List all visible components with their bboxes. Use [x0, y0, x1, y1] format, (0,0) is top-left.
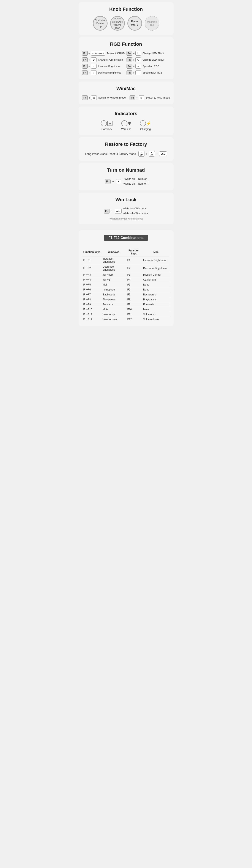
cell-windows: Backwards	[101, 292, 126, 297]
header-fn-keys-2: Function keys	[126, 248, 142, 256]
winmac-section: Win/Mac Fn + W Switch to Winows mode Fn …	[79, 82, 174, 104]
header-mac: Mac	[142, 248, 170, 256]
knob-magnetic-circle: Magneticcap	[145, 16, 159, 31]
cell-windows: Mute	[101, 307, 126, 312]
label-windows-mode: Switch to Winows mode	[98, 96, 126, 99]
plus-4: +	[133, 58, 135, 61]
indicators-row: A Capslock ✱ Wireless ⚡ Charging	[82, 120, 170, 131]
f1f12-header-row: Function keys Windows Function keys Mac	[82, 248, 170, 256]
knob-ccw-circle: Counter-ClockwiseVolume down	[110, 16, 125, 31]
cell-fkey: F12	[126, 317, 142, 322]
cell-windows: homepage	[101, 287, 126, 292]
label-colour: Change LED colour	[142, 58, 164, 61]
key-backspace: ←Backspace	[91, 51, 105, 56]
winmac-title: Win/Mac	[82, 86, 170, 91]
cell-fn: Fn+F4	[82, 277, 102, 282]
label-direction: Change RGB direction	[98, 58, 123, 61]
cell-mac: Volume down	[142, 317, 170, 322]
wireless-label: Wireless	[121, 128, 131, 131]
rgb-row-led-effect: Fn + L Change LED Effect	[127, 51, 170, 56]
rgb-row-speedup: Fn + → Speed up RGB	[127, 64, 170, 69]
key-fn-mac: Fn	[130, 95, 135, 100]
cell-fn: Fn+F10	[82, 307, 102, 312]
plus-2: +	[133, 52, 135, 55]
knob-section: Knob Function ClockwiseVolume Up Counter…	[79, 2, 174, 35]
rgb-row-speeddown: Fn + ← Speed down RGB	[127, 70, 170, 75]
indicators-title: Indicators	[82, 111, 170, 117]
cell-mac: None	[142, 282, 170, 287]
winlock-line2: white off→Win unlock	[123, 211, 148, 216]
lightning-icon: ⚡	[146, 121, 151, 126]
cell-windows: Forwards	[101, 302, 126, 307]
knob-clockwise-label: ClockwiseVolume Up	[95, 19, 106, 28]
key-fn-6: Fn	[127, 64, 132, 69]
indicator-wireless: ✱ Wireless	[121, 120, 131, 131]
cell-fkey: F6	[126, 287, 142, 292]
cell-mac: None	[142, 287, 170, 292]
cell-mac: Play/pause	[142, 297, 170, 302]
table-row: Fn+F9 Forwards F9 Forwards	[82, 302, 170, 307]
numpad-description: ✦white on →Num off ✦white off →Num off	[123, 177, 147, 186]
restore-content: Long Press 3 sec Reset to Factory mode L…	[82, 151, 170, 157]
winlock-description: white on→Win Lock white off→Win unlock	[123, 206, 148, 216]
key-win: win	[115, 209, 121, 214]
table-row: Fn+F12 Volume down F12 Volume down	[82, 317, 170, 322]
wireless-outer-circle	[121, 120, 128, 126]
knob-magnetic-label: Magneticcap	[147, 20, 157, 27]
cell-fkey: F7	[126, 292, 142, 297]
capslock-a-icon: A	[107, 121, 112, 126]
cell-windows: Increase Brightness	[101, 256, 126, 265]
restore-description: Long Press 3 sec Reset to Factory mode	[85, 152, 136, 155]
charging-label: Charging	[140, 128, 151, 131]
key-lalt: LAlt	[149, 151, 155, 157]
cell-mac: Volume up	[142, 312, 170, 317]
bluetooth-icon: ✱	[128, 121, 131, 126]
cell-windows: Volume down	[101, 317, 126, 322]
knob-mute-circle: PressMUTE	[128, 16, 142, 31]
rgb-grid: Fn + ←Backspace Turn on/off RGB Fn + L C…	[82, 51, 170, 75]
header-fn-keys: Function keys	[82, 248, 102, 256]
knob-ccw: Counter-ClockwiseVolume down	[110, 16, 125, 31]
cell-fkey: F5	[126, 282, 142, 287]
cell-fn: Fn+F2	[82, 265, 102, 272]
capslock-label: Capslock	[102, 128, 112, 131]
plus-win: +	[88, 96, 90, 99]
f1f12-title: F1-F12 Combinations	[104, 235, 148, 241]
plus-mac: +	[136, 96, 138, 99]
charging-icon-group: ⚡	[140, 120, 151, 126]
cell-fn: Fn+F8	[82, 297, 102, 302]
cell-mac: Mute	[142, 307, 170, 312]
key-numpad-symbol: +	[116, 179, 121, 184]
numpad-content: Fn + + ✦white on →Num off ✦white off →Nu…	[82, 177, 170, 186]
knob-magnetic: Magneticcap	[145, 16, 159, 31]
cell-windows: Mail	[101, 282, 126, 287]
indicator-charging: ⚡ Charging	[140, 120, 151, 131]
winlock-content: Fn + win white on→Win Lock white off→Win…	[82, 206, 170, 220]
f1f12-tbody: Fn+F1 Increase Brightness F1 Increase Br…	[82, 256, 170, 322]
key-fn-2: Fn	[127, 51, 132, 56]
cell-fn: Fn+F12	[82, 317, 102, 322]
knob-items: ClockwiseVolume Up Counter-ClockwiseVolu…	[82, 16, 170, 31]
key-down: ↓	[91, 70, 96, 75]
cell-windows: Play/pause	[101, 297, 126, 302]
table-row: Fn+F2 Decrease Brightness F2 Decrease Br…	[82, 265, 170, 272]
restore-section: Restore to Factory Long Press 3 sec Rese…	[79, 137, 174, 161]
plus-1: +	[88, 52, 90, 55]
key-D: D	[91, 57, 96, 62]
table-row: Fn+F3 Win+Tab F3 Mission Control	[82, 272, 170, 277]
cell-mac: Decrease Brightness	[142, 265, 170, 272]
restore-combo: Long Press 3 sec Reset to Factory mode L…	[82, 151, 170, 157]
wireless-icon-group: ✱	[121, 120, 131, 126]
key-left: ←	[135, 70, 141, 75]
table-row: Fn+F5 Mail F5 None	[82, 282, 170, 287]
table-row: Fn+F4 Win+E F4 Call for Siri	[82, 277, 170, 282]
key-fn-8: Fn	[127, 70, 132, 75]
cell-fkey: F4	[126, 277, 142, 282]
cell-mac: Forwards	[142, 302, 170, 307]
numpad-line1: ✦white on →Num off	[123, 177, 147, 182]
winlock-title: Win Lock	[82, 197, 170, 203]
f1f12-title-wrapper: F1-F12 Combinations	[82, 235, 170, 245]
cell-fkey: F9	[126, 302, 142, 307]
cell-fkey: F10	[126, 307, 142, 312]
capslock-outer-circle	[101, 120, 107, 126]
